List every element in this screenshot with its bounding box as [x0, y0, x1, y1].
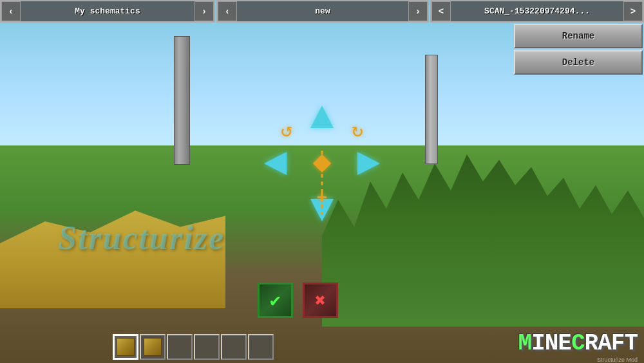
- stone-pillar-left: [174, 36, 190, 165]
- rename-button[interactable]: Rename: [514, 24, 643, 48]
- confirm-button[interactable]: [258, 283, 293, 318]
- center-point: [313, 154, 331, 172]
- movement-arrows-overlay: ↻ ↻ +: [258, 99, 386, 228]
- hotbar-slot-1[interactable]: [113, 334, 138, 360]
- scan-id-label: SCAN_-153220974294...: [451, 6, 623, 16]
- minecraft-logo-text: MINECRAFT: [518, 330, 638, 357]
- hotbar-slot-3[interactable]: [167, 334, 193, 360]
- schematics-prev-arrow[interactable]: ‹: [1, 1, 21, 21]
- schematics-next-arrow[interactable]: ›: [194, 1, 214, 21]
- hotbar-slot-2[interactable]: [140, 334, 166, 360]
- hotbar-item-2: [144, 338, 162, 356]
- scan-next-arrow[interactable]: >: [623, 1, 643, 21]
- rotate-left-arrow[interactable]: ↻: [281, 118, 292, 142]
- delete-button[interactable]: Delete: [514, 50, 643, 75]
- hotbar-slot-4[interactable]: [194, 334, 220, 360]
- scan-prev-arrow[interactable]: <: [431, 1, 451, 21]
- top-navigation-bar: ‹ My schematics › ‹ new › < SCAN_-153220…: [0, 0, 644, 23]
- hotbar: [113, 334, 274, 360]
- hotbar-slot-5[interactable]: [221, 334, 247, 360]
- structurize-watermark: Structurize: [58, 219, 225, 257]
- scan-id-section: < SCAN_-153220974294... >: [430, 0, 644, 23]
- hotbar-slot-6[interactable]: [248, 334, 274, 360]
- name-prev-arrow[interactable]: ‹: [218, 1, 237, 21]
- stone-pillar-right: [425, 55, 438, 164]
- move-up-arrow[interactable]: [310, 106, 334, 128]
- rotate-right-arrow[interactable]: ↻: [352, 118, 363, 142]
- schematics-label: My schematics: [21, 6, 194, 16]
- right-panel: Rename Delete: [514, 24, 643, 77]
- schematics-section: ‹ My schematics ›: [0, 0, 215, 23]
- schematic-name-section: ‹ new ›: [216, 0, 429, 23]
- move-right-arrow[interactable]: [357, 152, 380, 175]
- hotbar-item-1: [117, 338, 135, 356]
- schematic-name-label: new: [237, 6, 408, 16]
- mod-attribution: Structurize Mod: [597, 357, 638, 363]
- move-left-arrow[interactable]: [264, 152, 287, 175]
- cancel-button[interactable]: [303, 283, 338, 318]
- name-next-arrow[interactable]: ›: [408, 1, 428, 21]
- watermark-text: Structurize Mod: [597, 357, 638, 363]
- minecraft-logo: MINECRAFT: [518, 330, 638, 357]
- action-buttons: [258, 283, 338, 318]
- plus-control[interactable]: +: [317, 189, 328, 209]
